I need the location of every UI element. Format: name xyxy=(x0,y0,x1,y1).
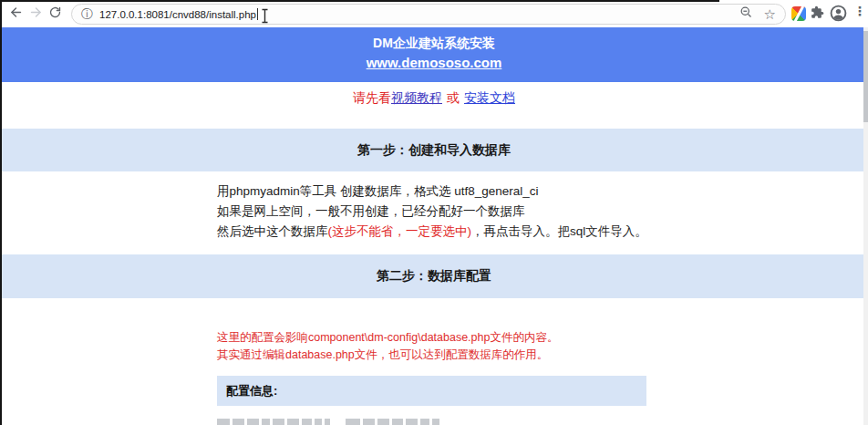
config-info-label: 配置信息: xyxy=(226,383,277,399)
browser-window: ⓘ 127.0.0.1:8081/cnvd88/install.php ☆ xyxy=(0,0,868,425)
install-banner: DM企业建站系统安装 www.demososo.com xyxy=(0,27,868,82)
intro-connector: 或 xyxy=(447,90,460,107)
browser-toolbar: ⓘ 127.0.0.1:8081/cnvd88/install.php ☆ xyxy=(0,0,868,27)
page-info-icon[interactable]: ⓘ xyxy=(81,6,93,23)
intro-prefix: 请先看 xyxy=(353,90,391,107)
extension-app-icon[interactable] xyxy=(791,6,806,21)
url-text[interactable]: 127.0.0.1:8081/cnvd88/install.php xyxy=(99,9,256,20)
site-link[interactable]: www.demososo.com xyxy=(367,55,502,70)
avatar-icon xyxy=(830,9,847,25)
step1-line1: 用phpmyadmin等工具 创建数据库，格式选 utf8_general_ci xyxy=(217,181,647,202)
step1-line3-warning: (这步不能省，一定要选中) xyxy=(328,224,472,238)
browser-menu-button[interactable]: ⋮ xyxy=(853,4,866,18)
scrollbar-thumb[interactable] xyxy=(863,31,868,122)
window-left-edge xyxy=(0,2,2,425)
tab-strip-edge xyxy=(0,0,719,2)
profile-button[interactable] xyxy=(830,5,847,26)
forward-button[interactable] xyxy=(26,5,46,24)
text-caret xyxy=(257,8,258,20)
puzzle-icon xyxy=(811,5,824,23)
back-button[interactable] xyxy=(6,5,26,24)
video-tutorial-link[interactable]: 视频教程 xyxy=(391,90,442,107)
step1-instructions: 用phpmyadmin等工具 创建数据库，格式选 utf8_general_ci… xyxy=(217,181,647,242)
step1-line3: 然后选中这个数据库(这步不能省，一定要选中)，再点击导入。把sql文件导入。 xyxy=(217,222,647,242)
step1-title: 第一步：创建和导入数据库 xyxy=(357,142,511,159)
step2-title: 第二步：数据库配置 xyxy=(377,268,491,285)
intro-line: 请先看 视频教程 或 安装文档 xyxy=(0,88,868,109)
address-bar[interactable]: ⓘ 127.0.0.1:8081/cnvd88/install.php ☆ xyxy=(71,4,786,25)
clipped-text-row xyxy=(217,419,439,425)
reload-button[interactable] xyxy=(46,5,65,24)
page-scrollbar[interactable] xyxy=(863,27,868,425)
step1-line2: 如果是网上空间，一般不用创建，已经分配好一个数据库 xyxy=(217,202,647,222)
bookmark-star-icon[interactable]: ☆ xyxy=(764,6,776,23)
step2-notes: 这里的配置会影响component\dm-config\database.php… xyxy=(217,329,558,364)
reload-icon xyxy=(48,5,62,23)
step1-line3-pre: 然后选中这个数据库 xyxy=(217,224,328,238)
step2-note1: 这里的配置会影响component\dm-config\database.php… xyxy=(217,329,558,347)
install-doc-link[interactable]: 安装文档 xyxy=(464,90,515,107)
config-info-box: 配置信息: xyxy=(217,376,646,406)
step1-header: 第一步：创建和导入数据库 xyxy=(0,129,868,171)
zoom-level-icon[interactable] xyxy=(739,5,753,23)
text-cursor xyxy=(260,8,270,27)
step2-note2: 其实通过编辑database.php文件，也可以达到配置数据库的作用。 xyxy=(217,347,558,364)
page-title: DM企业建站系统安装 xyxy=(0,36,868,52)
extensions-button[interactable] xyxy=(808,5,827,24)
forward-arrow-icon xyxy=(28,5,44,24)
step1-line3-post: ，再点击导入。把sql文件导入。 xyxy=(471,224,647,238)
back-arrow-icon xyxy=(8,5,24,24)
step2-header: 第二步：数据库配置 xyxy=(0,254,868,298)
